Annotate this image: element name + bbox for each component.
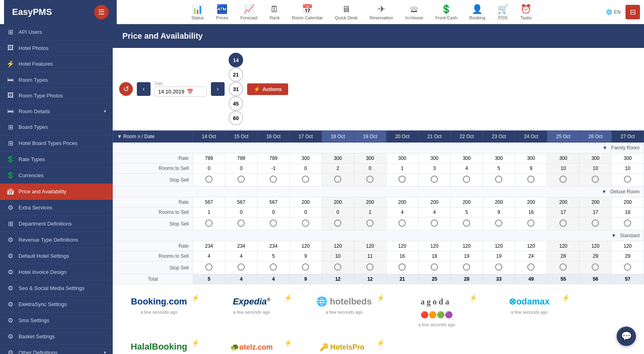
stop-sell-toggle[interactable] (559, 219, 567, 227)
prev-date-button[interactable]: ‹ (137, 82, 151, 96)
stop-sell-toggle[interactable] (624, 176, 631, 183)
collapse-icon[interactable]: ▼ (603, 145, 607, 151)
cell-stop-sell-0[interactable] (193, 261, 225, 274)
stop-sell-toggle[interactable] (398, 176, 406, 183)
nav-item-quick-desk[interactable]: 🖥Quick Desk (335, 4, 357, 20)
cell-stop-sell-2[interactable] (257, 217, 289, 230)
cell-stop-sell-7[interactable] (418, 174, 450, 186)
cell-stop-sell-5[interactable] (354, 174, 386, 186)
stop-sell-toggle[interactable] (366, 219, 374, 227)
nav-item-prices[interactable]: 🏧Prices (216, 4, 229, 20)
cell-stop-sell-10[interactable] (515, 217, 547, 230)
stop-sell-toggle[interactable] (559, 176, 567, 183)
stop-sell-toggle[interactable] (398, 219, 406, 227)
channel-booking-com[interactable]: Booking.com a few seconds ago ⚡ (113, 288, 205, 333)
stop-sell-toggle[interactable] (205, 219, 213, 227)
stop-sell-toggle[interactable] (592, 263, 599, 271)
nav-item-reservation[interactable]: ✈Reservation (369, 4, 393, 20)
nav-item-forecast[interactable]: 📈Forecast (240, 4, 258, 20)
cell-stop-sell-0[interactable] (193, 174, 225, 186)
stop-sell-toggle[interactable] (366, 263, 374, 271)
cell-stop-sell-4[interactable] (322, 174, 354, 186)
sidebar-item-api-users[interactable]: ⊞API Users (0, 24, 113, 40)
cell-stop-sell-7[interactable] (418, 217, 450, 230)
hamburger-button[interactable]: ☰ (94, 5, 109, 19)
sidebar-item-seo-social-media-settings[interactable]: ⚙Seo & Social Media Settings (0, 280, 113, 296)
nav-item-in-house[interactable]: 🛎In-House (405, 4, 423, 20)
channel-halalbooking[interactable]: HalalBooking a few seconds ago ⚡ (113, 333, 205, 354)
cell-stop-sell-2[interactable] (257, 261, 289, 274)
user-button[interactable]: ⊟ (625, 5, 640, 19)
sidebar-item-default-hotel-settings[interactable]: ⚙Default Hotel Settings (0, 248, 113, 264)
sidebar-item-department-definitions[interactable]: ⊞Department Definitions (0, 216, 113, 232)
stop-sell-toggle[interactable] (205, 176, 213, 183)
stop-sell-toggle[interactable] (205, 263, 213, 271)
cell-stop-sell-1[interactable] (225, 217, 257, 230)
cell-stop-sell-9[interactable] (483, 261, 515, 274)
sidebar-item-basket-settings[interactable]: ⚙Basket Settings (0, 329, 113, 345)
cell-stop-sell-1[interactable] (225, 174, 257, 186)
channel-hotelspro[interactable]: 🔑 HotelsProGlobal Travel Wholesaler a fe… (298, 333, 390, 354)
cell-stop-sell-3[interactable] (289, 174, 322, 186)
cell-stop-sell-8[interactable] (450, 261, 483, 274)
cell-stop-sell-6[interactable] (386, 217, 418, 230)
day-button-31[interactable]: 31 (229, 82, 243, 96)
cell-stop-sell-12[interactable] (579, 217, 611, 230)
day-button-21[interactable]: 21 (229, 67, 243, 82)
stop-sell-toggle[interactable] (302, 263, 309, 271)
stop-sell-toggle[interactable] (431, 219, 438, 227)
stop-sell-toggle[interactable] (559, 263, 567, 271)
channel-odamax[interactable]: ⊗odamax a few seconds ago ⚡ (483, 288, 576, 333)
channel-agoda[interactable]: agoda🔴🟠🟢🟣 a few seconds ago ⚡ (390, 288, 483, 333)
chat-bubble[interactable]: 💬 (617, 327, 636, 346)
sidebar-item-extra-services[interactable]: ⚙Extra Services (0, 200, 113, 216)
cell-stop-sell-2[interactable] (257, 174, 289, 186)
sidebar-item-room-type-photos[interactable]: 🖼Room Type Photos (0, 88, 113, 104)
cell-stop-sell-0[interactable] (193, 217, 225, 230)
cell-stop-sell-8[interactable] (450, 174, 483, 186)
nav-item-booking[interactable]: 👤Booking (469, 4, 485, 20)
stop-sell-toggle[interactable] (624, 219, 631, 227)
sidebar-item-rate-types[interactable]: 💲Rate Types (0, 151, 113, 168)
sidebar-item-room-details[interactable]: 🛏Room Details▾ (0, 104, 113, 119)
nav-item-front-cash[interactable]: 💲Front Cash (436, 4, 457, 20)
nav-item-status[interactable]: 📊Status (191, 4, 204, 20)
stop-sell-toggle[interactable] (495, 176, 502, 183)
language-selector[interactable]: 🌐 EN (606, 9, 621, 15)
stop-sell-toggle[interactable] (334, 219, 341, 227)
cell-stop-sell-6[interactable] (386, 261, 418, 274)
stop-sell-toggle[interactable] (237, 263, 245, 271)
stop-sell-toggle[interactable] (334, 263, 341, 271)
cell-stop-sell-11[interactable] (547, 261, 579, 274)
stop-sell-toggle[interactable] (270, 263, 277, 271)
stop-sell-toggle[interactable] (463, 263, 470, 271)
stop-sell-toggle[interactable] (624, 263, 631, 271)
nav-item-rack[interactable]: 🗓Rack (270, 4, 280, 20)
stop-sell-toggle[interactable] (270, 219, 277, 227)
stop-sell-toggle[interactable] (592, 176, 599, 183)
cell-stop-sell-3[interactable] (289, 261, 322, 274)
stop-sell-toggle[interactable] (527, 219, 535, 227)
sidebar-item-room-types[interactable]: 🛏Room Types (0, 72, 113, 88)
sidebar-item-board-types[interactable]: ⊞Board Types (0, 119, 113, 135)
stop-sell-toggle[interactable] (495, 263, 502, 271)
stop-sell-toggle[interactable] (366, 176, 374, 183)
day-button-60[interactable]: 60 (229, 111, 243, 125)
stop-sell-toggle[interactable] (495, 219, 502, 227)
stop-sell-toggle[interactable] (302, 219, 309, 227)
stop-sell-toggle[interactable] (302, 176, 309, 183)
cell-stop-sell-9[interactable] (483, 217, 515, 230)
stop-sell-toggle[interactable] (431, 263, 438, 271)
cell-stop-sell-5[interactable] (354, 217, 386, 230)
cell-stop-sell-13[interactable] (611, 261, 644, 274)
date-input[interactable]: 14.10.2019 📅 (155, 87, 207, 97)
cell-stop-sell-5[interactable] (354, 261, 386, 274)
sidebar-item-other-definitions[interactable]: ⚙Other Definitions▾ (0, 345, 113, 354)
cell-stop-sell-4[interactable] (322, 217, 354, 230)
refresh-button[interactable]: ↺ (119, 82, 133, 96)
collapse-icon[interactable]: ▼ (602, 189, 607, 195)
channel-otelz-com[interactable]: 🐢otelz.com a few seconds ago ⚡ (205, 333, 298, 354)
stop-sell-toggle[interactable] (527, 176, 535, 183)
stop-sell-toggle[interactable] (527, 263, 535, 271)
nav-item-tasks[interactable]: ⏰Tasks (520, 4, 532, 20)
